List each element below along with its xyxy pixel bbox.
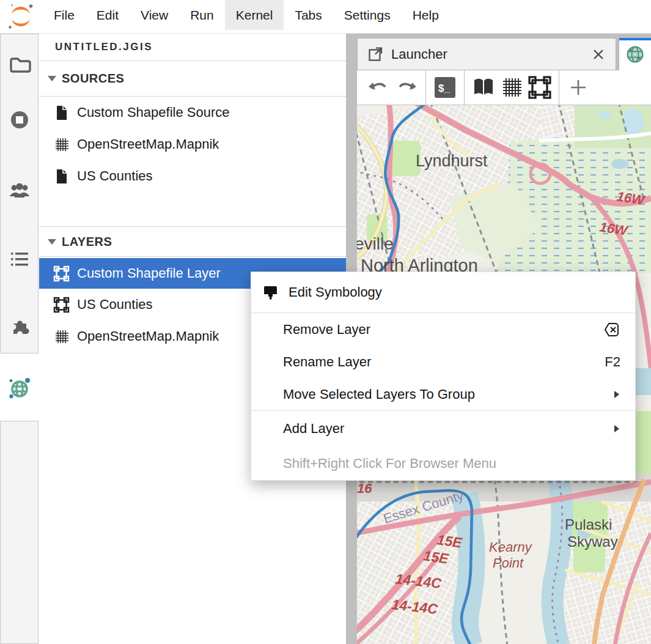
tab-jupytergis-active[interactable] bbox=[619, 38, 651, 70]
source-item-us-counties[interactable]: US Counties bbox=[39, 160, 346, 192]
folder-icon[interactable] bbox=[7, 53, 32, 77]
add-vector-button[interactable] bbox=[526, 73, 554, 102]
source-item-label: Custom Shapefile Source bbox=[77, 105, 229, 120]
menu-item-edit-symbology[interactable]: Edit Symbology bbox=[251, 272, 635, 313]
sources-section-header[interactable]: SOURCES bbox=[39, 61, 346, 97]
menu-item-label: Move Selected Layers To Group bbox=[283, 387, 613, 402]
raster-grid-icon bbox=[499, 75, 524, 100]
layer-context-menu: Edit Symbology Remove Layer Rename Layer… bbox=[251, 272, 636, 481]
dock-tabbar: Launcher bbox=[357, 34, 651, 70]
raster-grid-icon bbox=[53, 328, 70, 345]
menu-run[interactable]: Run bbox=[179, 0, 225, 30]
menu-item-remove-layer[interactable]: Remove Layer bbox=[251, 313, 635, 346]
remove-circle-x-icon bbox=[603, 321, 620, 338]
map-toolbar: $_ bbox=[357, 70, 651, 105]
submenu-arrow-icon bbox=[613, 424, 620, 434]
menu-item-label: Remove Layer bbox=[283, 322, 603, 338]
table-of-contents-icon[interactable] bbox=[7, 247, 32, 272]
menu-kernel[interactable]: Kernel bbox=[225, 0, 284, 30]
add-button[interactable] bbox=[564, 73, 592, 102]
raster-grid-icon bbox=[53, 136, 70, 153]
svg-text:Point: Point bbox=[493, 555, 524, 571]
sidebar-empty-strip bbox=[0, 421, 39, 644]
sidebar-tab-jupytergis-active[interactable] bbox=[0, 358, 39, 419]
menu-edit[interactable]: Edit bbox=[86, 0, 130, 30]
terminal-icon: $_ bbox=[433, 76, 457, 99]
menu-item-move-layers-to-group[interactable]: Move Selected Layers To Group bbox=[251, 378, 635, 410]
docs-button[interactable] bbox=[469, 73, 498, 102]
symbology-brush-icon bbox=[262, 284, 279, 301]
running-kernels-icon[interactable] bbox=[7, 108, 32, 132]
svg-text:eville: eville bbox=[357, 234, 394, 253]
source-item-custom-shapefile[interactable]: Custom Shapefile Source bbox=[39, 97, 346, 128]
file-icon bbox=[53, 168, 70, 185]
file-icon bbox=[53, 105, 70, 121]
undo-button[interactable] bbox=[364, 73, 392, 102]
svg-text:Skyway: Skyway bbox=[567, 533, 618, 550]
submenu-arrow-icon bbox=[613, 390, 620, 399]
menu-item-label: Edit Symbology bbox=[289, 284, 620, 300]
layer-item-label: US Counties bbox=[77, 297, 153, 313]
vector-polygon-icon bbox=[527, 75, 553, 100]
redo-icon bbox=[395, 78, 418, 97]
menu-item-browser-menu-hint: Shift+Right Click For Browser Menu bbox=[251, 446, 635, 481]
source-item-label: US Counties bbox=[77, 168, 153, 184]
menu-file[interactable]: File bbox=[43, 0, 86, 30]
shortcut-label: F2 bbox=[605, 354, 620, 370]
layers-label: LAYERS bbox=[62, 235, 112, 249]
extensions-icon[interactable] bbox=[7, 314, 32, 339]
close-icon[interactable] bbox=[591, 47, 606, 62]
jupytergis-globe-icon bbox=[6, 375, 33, 402]
menu-item-rename-layer[interactable]: Rename Layer F2 bbox=[251, 346, 635, 378]
svg-text:Lyndhurst: Lyndhurst bbox=[416, 152, 488, 170]
svg-text:16: 16 bbox=[357, 481, 372, 496]
users-icon[interactable] bbox=[7, 179, 32, 203]
chevron-down-icon bbox=[48, 76, 56, 81]
sources-label: SOURCES bbox=[62, 72, 124, 86]
svg-text:Pulaski: Pulaski bbox=[565, 516, 612, 533]
menu-help[interactable]: Help bbox=[402, 0, 450, 30]
menu-view[interactable]: View bbox=[130, 0, 179, 30]
menu-item-add-layer[interactable]: Add Layer bbox=[251, 411, 635, 446]
plus-icon bbox=[567, 76, 589, 98]
toolbar-separator bbox=[559, 70, 559, 105]
panel-title: UNTITLED.JGIS bbox=[55, 41, 153, 53]
menu-item-label: Add Layer bbox=[283, 421, 613, 437]
book-icon bbox=[471, 77, 496, 98]
toolbar-separator bbox=[425, 70, 426, 105]
terminal-button[interactable]: $_ bbox=[431, 73, 459, 102]
menu-settings[interactable]: Settings bbox=[333, 0, 402, 30]
globe-icon bbox=[625, 44, 645, 65]
jupyter-logo-icon bbox=[7, 3, 34, 30]
redo-button[interactable] bbox=[392, 73, 421, 102]
source-item-osm-mapnik[interactable]: OpenStreetMap.Mapnik bbox=[39, 128, 346, 160]
menu-item-label: Shift+Right Click For Browser Menu bbox=[283, 456, 620, 472]
source-item-label: OpenStreetMap.Mapnik bbox=[77, 136, 219, 152]
svg-text:Kearny: Kearny bbox=[489, 539, 533, 555]
svg-text:$_: $_ bbox=[438, 83, 450, 94]
launch-icon bbox=[367, 46, 384, 62]
vector-polygon-icon bbox=[53, 265, 70, 282]
tab-launcher[interactable]: Launcher bbox=[357, 38, 616, 70]
layer-item-label: Custom Shapefile Layer bbox=[77, 265, 221, 281]
toolbar-separator bbox=[464, 70, 465, 105]
add-raster-button[interactable] bbox=[498, 73, 526, 102]
left-sidebar bbox=[0, 34, 39, 644]
menu-tabs[interactable]: Tabs bbox=[284, 0, 333, 30]
layers-section-header[interactable]: LAYERS bbox=[39, 226, 346, 257]
panel-header: UNTITLED.JGIS bbox=[39, 34, 346, 61]
menubar: File Edit View Run Kernel Tabs Settings … bbox=[0, 0, 651, 34]
tab-launcher-label: Launcher bbox=[391, 46, 584, 62]
chevron-down-icon bbox=[48, 239, 56, 245]
sidebar-tab-strip bbox=[0, 34, 39, 353]
menu-item-label: Rename Layer bbox=[283, 354, 605, 370]
undo-icon bbox=[367, 78, 390, 97]
layer-item-label: OpenStreetMap.Mapnik bbox=[77, 328, 219, 344]
vector-polygon-icon bbox=[53, 297, 70, 313]
